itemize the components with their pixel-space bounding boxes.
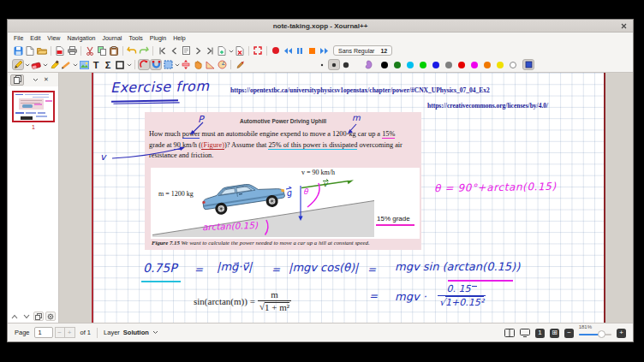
open-icon[interactable] [36, 45, 48, 56]
select-object-icon[interactable] [60, 59, 72, 70]
new-file-icon[interactable] [24, 45, 36, 56]
setsquare-icon[interactable] [204, 59, 216, 70]
sidebar-close-icon[interactable]: ✕ [44, 76, 49, 83]
zoom-out-button[interactable]: − [564, 329, 574, 338]
gray-color-swatch[interactable] [445, 62, 452, 68]
menu-tools[interactable]: Tools [128, 35, 142, 41]
pause-icon[interactable] [294, 45, 306, 56]
settings-gear-icon[interactable] [45, 312, 56, 321]
undo-icon[interactable] [126, 45, 138, 56]
layer-label: Layer [104, 329, 120, 336]
close-icon[interactable] [620, 22, 628, 30]
cyan-color-swatch[interactable] [407, 62, 414, 68]
orange-color-swatch[interactable] [484, 62, 491, 68]
layer-value[interactable]: Solution [123, 329, 149, 336]
green-color-swatch[interactable] [420, 62, 426, 68]
select-dropdown-icon[interactable] [72, 62, 78, 68]
color-picker-icon[interactable] [522, 59, 534, 70]
forward-icon[interactable] [318, 45, 330, 56]
presentation-icon[interactable] [520, 325, 530, 341]
cut-icon[interactable] [84, 45, 96, 56]
notebook-page[interactable]: Exercise from https://opentextbc.ca/univ… [92, 73, 605, 323]
page-decrement-button[interactable]: − [55, 327, 65, 338]
pen-dropdown-icon[interactable] [24, 62, 30, 68]
preview-pane-icon[interactable] [10, 74, 24, 86]
rewind-icon[interactable] [282, 45, 294, 56]
zoom-in-button[interactable]: + [617, 329, 626, 338]
yellow-color-swatch[interactable] [497, 62, 504, 68]
highlighter-tool-icon[interactable] [48, 59, 60, 70]
annotation-m: m [352, 113, 361, 122]
page-number-input[interactable]: 1 [34, 327, 53, 338]
shapes-dropdown-icon[interactable] [126, 62, 132, 68]
select-region-dropdown-icon[interactable] [174, 62, 180, 68]
thickness-fine-icon[interactable] [316, 59, 328, 70]
menu-file[interactable]: File [14, 35, 23, 41]
eraser-tool-icon[interactable] [30, 59, 42, 70]
delete-page-icon[interactable] [234, 45, 246, 56]
vertical-space-icon[interactable] [180, 59, 192, 70]
white-color-swatch[interactable] [510, 62, 516, 68]
equals-1: = [194, 264, 203, 276]
dark-green-color-swatch[interactable] [394, 62, 401, 68]
copy-icon[interactable] [96, 45, 108, 56]
magenta-color-swatch[interactable] [471, 62, 478, 68]
default-tool-icon[interactable] [234, 59, 246, 70]
first-page-icon[interactable] [156, 45, 168, 56]
menu-help[interactable]: Help [173, 35, 185, 41]
export-pdf-icon[interactable] [54, 45, 66, 56]
compass-icon[interactable] [216, 59, 228, 70]
redo-icon[interactable] [138, 45, 150, 56]
sidebar-dropdown-icon[interactable] [33, 78, 39, 82]
eraser-dropdown-icon[interactable] [42, 62, 48, 68]
thickness-medium-icon[interactable] [328, 59, 340, 70]
menu-plugin[interactable]: Plugin [150, 35, 166, 41]
math-tex-icon[interactable]: Σ [102, 59, 114, 70]
menu-journal[interactable]: Journal [102, 35, 122, 41]
move-page-up-icon[interactable] [9, 312, 20, 321]
save-icon[interactable] [12, 45, 24, 56]
handwritten-annotation-arrows [93, 73, 607, 323]
font-button[interactable]: Sans Regular 12 [333, 45, 392, 56]
select-region-icon[interactable] [162, 59, 174, 70]
paste-icon[interactable] [108, 45, 120, 56]
color-custom-icon[interactable] [362, 59, 374, 70]
hand-tool-icon[interactable] [192, 59, 204, 70]
menu-edit[interactable]: Edit [30, 35, 40, 41]
menu-navigation[interactable]: Navigation [67, 35, 95, 41]
move-page-down-icon[interactable] [21, 312, 32, 321]
last-page-icon[interactable] [204, 45, 216, 56]
snapping-icon[interactable] [150, 59, 162, 70]
page-increment-button[interactable]: + [65, 327, 75, 338]
image-tool-icon[interactable] [78, 59, 90, 70]
add-page-icon[interactable] [216, 45, 228, 56]
text-tool-icon[interactable]: T [90, 59, 102, 70]
titlebar[interactable]: note-taking.xopp - Xournal++ [8, 20, 633, 33]
blue-color-swatch[interactable] [432, 62, 439, 68]
shape-recognizer-icon[interactable] [138, 59, 150, 70]
zoom-fit-button[interactable]: ⊞ [550, 329, 559, 338]
page-thumbnail[interactable] [12, 91, 55, 122]
pen-tool-icon[interactable] [12, 59, 24, 70]
zoom-100-button[interactable]: 1 [535, 329, 545, 338]
fullscreen-icon[interactable] [252, 45, 264, 56]
annotation-p: P [198, 114, 204, 125]
red-color-swatch[interactable] [458, 62, 465, 68]
layer-copy-icon[interactable] [33, 312, 44, 321]
print-icon[interactable] [66, 45, 78, 56]
cyan-underline [141, 281, 181, 282]
stop-icon[interactable] [306, 45, 318, 56]
next-page-icon[interactable] [192, 45, 204, 56]
layer-dropdown-icon[interactable] [152, 330, 158, 335]
menu-view[interactable]: View [47, 35, 60, 41]
thickness-thick-icon[interactable] [340, 59, 352, 70]
shapes-icon[interactable] [114, 59, 126, 70]
canvas[interactable]: Exercise from https://opentextbc.ca/univ… [59, 73, 633, 323]
dual-page-icon[interactable] [504, 325, 515, 341]
black-color-swatch[interactable] [381, 62, 388, 68]
add-page-dropdown-icon[interactable] [228, 48, 234, 54]
previous-page-icon[interactable] [168, 45, 180, 56]
goto-page-icon[interactable] [180, 45, 192, 56]
record-icon[interactable] [270, 45, 282, 56]
zoom-slider[interactable] [579, 334, 611, 336]
